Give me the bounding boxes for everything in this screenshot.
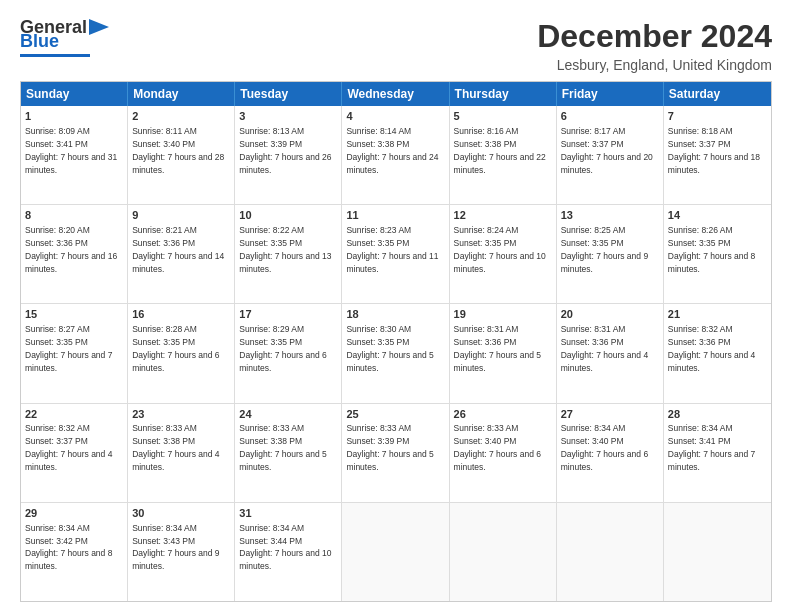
calendar-cell: 11Sunrise: 8:23 AMSunset: 3:35 PMDayligh… xyxy=(342,205,449,303)
calendar-body: 1Sunrise: 8:09 AMSunset: 3:41 PMDaylight… xyxy=(21,106,771,601)
calendar-cell: 25Sunrise: 8:33 AMSunset: 3:39 PMDayligh… xyxy=(342,404,449,502)
calendar-cell: 4Sunrise: 8:14 AMSunset: 3:38 PMDaylight… xyxy=(342,106,449,204)
calendar-cell: 13Sunrise: 8:25 AMSunset: 3:35 PMDayligh… xyxy=(557,205,664,303)
calendar-cell: 17Sunrise: 8:29 AMSunset: 3:35 PMDayligh… xyxy=(235,304,342,402)
calendar-cell: 15Sunrise: 8:27 AMSunset: 3:35 PMDayligh… xyxy=(21,304,128,402)
calendar-row-4: 22Sunrise: 8:32 AMSunset: 3:37 PMDayligh… xyxy=(21,403,771,502)
calendar-header: Sunday Monday Tuesday Wednesday Thursday… xyxy=(21,82,771,106)
calendar-cell: 31Sunrise: 8:34 AMSunset: 3:44 PMDayligh… xyxy=(235,503,342,601)
calendar-cell xyxy=(557,503,664,601)
calendar-row-3: 15Sunrise: 8:27 AMSunset: 3:35 PMDayligh… xyxy=(21,303,771,402)
calendar-cell xyxy=(664,503,771,601)
header-friday: Friday xyxy=(557,82,664,106)
calendar-cell: 6Sunrise: 8:17 AMSunset: 3:37 PMDaylight… xyxy=(557,106,664,204)
calendar-cell: 14Sunrise: 8:26 AMSunset: 3:35 PMDayligh… xyxy=(664,205,771,303)
calendar-cell: 3Sunrise: 8:13 AMSunset: 3:39 PMDaylight… xyxy=(235,106,342,204)
calendar-cell: 24Sunrise: 8:33 AMSunset: 3:38 PMDayligh… xyxy=(235,404,342,502)
calendar-cell: 16Sunrise: 8:28 AMSunset: 3:35 PMDayligh… xyxy=(128,304,235,402)
calendar-cell: 27Sunrise: 8:34 AMSunset: 3:40 PMDayligh… xyxy=(557,404,664,502)
calendar-row-2: 8Sunrise: 8:20 AMSunset: 3:36 PMDaylight… xyxy=(21,204,771,303)
header-saturday: Saturday xyxy=(664,82,771,106)
calendar-cell: 7Sunrise: 8:18 AMSunset: 3:37 PMDaylight… xyxy=(664,106,771,204)
calendar-row-1: 1Sunrise: 8:09 AMSunset: 3:41 PMDaylight… xyxy=(21,106,771,204)
calendar-cell xyxy=(342,503,449,601)
header-sunday: Sunday xyxy=(21,82,128,106)
logo: General Blue xyxy=(20,18,111,57)
calendar-cell: 20Sunrise: 8:31 AMSunset: 3:36 PMDayligh… xyxy=(557,304,664,402)
calendar-cell: 10Sunrise: 8:22 AMSunset: 3:35 PMDayligh… xyxy=(235,205,342,303)
logo-arrow-icon xyxy=(89,17,111,37)
calendar-row-5: 29Sunrise: 8:34 AMSunset: 3:42 PMDayligh… xyxy=(21,502,771,601)
calendar-cell: 21Sunrise: 8:32 AMSunset: 3:36 PMDayligh… xyxy=(664,304,771,402)
title-area: December 2024 Lesbury, England, United K… xyxy=(537,18,772,73)
calendar-cell: 30Sunrise: 8:34 AMSunset: 3:43 PMDayligh… xyxy=(128,503,235,601)
calendar-cell: 28Sunrise: 8:34 AMSunset: 3:41 PMDayligh… xyxy=(664,404,771,502)
calendar-cell: 26Sunrise: 8:33 AMSunset: 3:40 PMDayligh… xyxy=(450,404,557,502)
logo-line xyxy=(20,54,90,57)
logo-blue-text: Blue xyxy=(20,32,59,52)
page: General Blue December 2024 Lesbury, Engl… xyxy=(0,0,792,612)
calendar-cell: 29Sunrise: 8:34 AMSunset: 3:42 PMDayligh… xyxy=(21,503,128,601)
month-title: December 2024 xyxy=(537,18,772,55)
calendar-cell xyxy=(450,503,557,601)
header-monday: Monday xyxy=(128,82,235,106)
location: Lesbury, England, United Kingdom xyxy=(537,57,772,73)
calendar-cell: 22Sunrise: 8:32 AMSunset: 3:37 PMDayligh… xyxy=(21,404,128,502)
calendar-cell: 23Sunrise: 8:33 AMSunset: 3:38 PMDayligh… xyxy=(128,404,235,502)
calendar-cell: 19Sunrise: 8:31 AMSunset: 3:36 PMDayligh… xyxy=(450,304,557,402)
svg-marker-0 xyxy=(89,19,109,35)
calendar-cell: 1Sunrise: 8:09 AMSunset: 3:41 PMDaylight… xyxy=(21,106,128,204)
header-thursday: Thursday xyxy=(450,82,557,106)
calendar-cell: 5Sunrise: 8:16 AMSunset: 3:38 PMDaylight… xyxy=(450,106,557,204)
calendar-cell: 8Sunrise: 8:20 AMSunset: 3:36 PMDaylight… xyxy=(21,205,128,303)
calendar-cell: 9Sunrise: 8:21 AMSunset: 3:36 PMDaylight… xyxy=(128,205,235,303)
header-wednesday: Wednesday xyxy=(342,82,449,106)
calendar-cell: 12Sunrise: 8:24 AMSunset: 3:35 PMDayligh… xyxy=(450,205,557,303)
header-tuesday: Tuesday xyxy=(235,82,342,106)
calendar-cell: 18Sunrise: 8:30 AMSunset: 3:35 PMDayligh… xyxy=(342,304,449,402)
calendar-cell: 2Sunrise: 8:11 AMSunset: 3:40 PMDaylight… xyxy=(128,106,235,204)
header: General Blue December 2024 Lesbury, Engl… xyxy=(20,18,772,73)
calendar: Sunday Monday Tuesday Wednesday Thursday… xyxy=(20,81,772,602)
